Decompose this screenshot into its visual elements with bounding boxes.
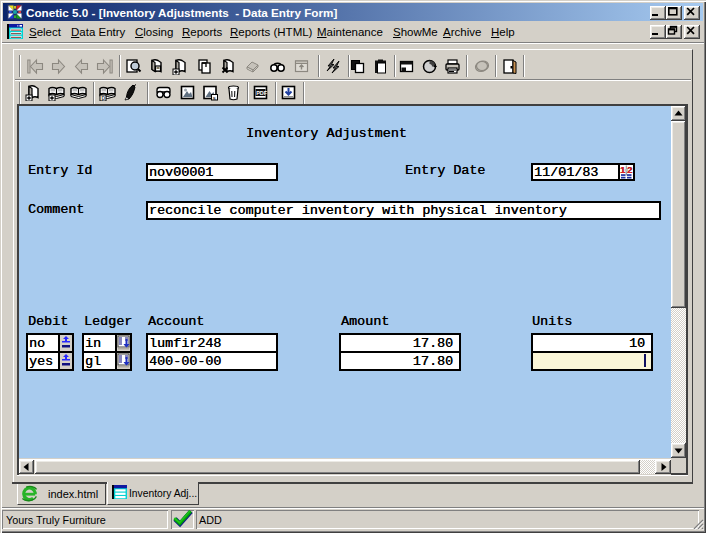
svg-text:s: s xyxy=(213,94,216,100)
svg-text:p: p xyxy=(101,95,105,101)
svg-text:PDF: PDF xyxy=(256,89,268,95)
